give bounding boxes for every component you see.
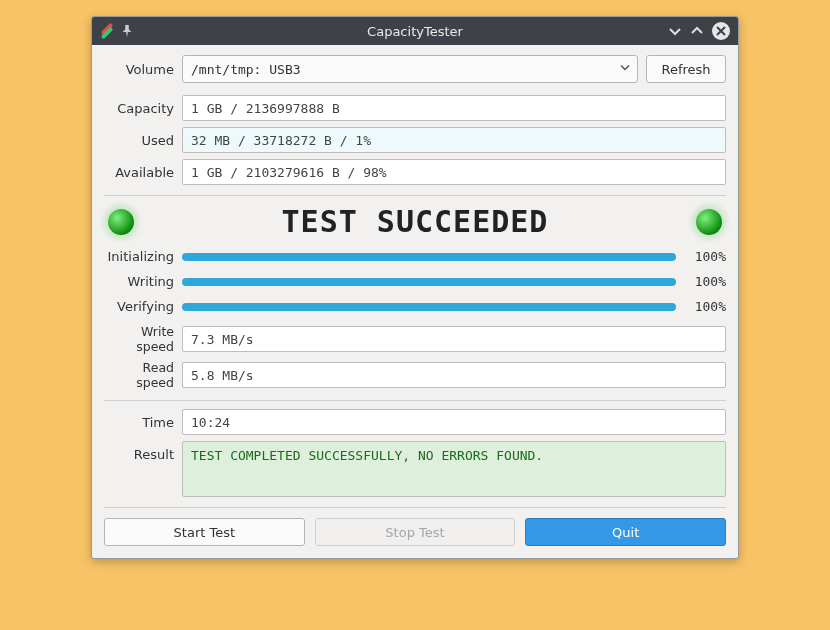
- writing-progress: [182, 278, 676, 286]
- refresh-button[interactable]: Refresh: [646, 55, 726, 83]
- pin-icon[interactable]: [120, 24, 134, 38]
- close-icon[interactable]: [712, 22, 730, 40]
- maximize-icon[interactable]: [690, 24, 704, 38]
- available-label: Available: [104, 165, 182, 180]
- status-row: TEST SUCCEEDED: [104, 204, 726, 239]
- used-label: Used: [104, 133, 182, 148]
- result-field: TEST COMPLETED SUCCESSFULLY, NO ERRORS F…: [182, 441, 726, 497]
- divider: [104, 507, 726, 508]
- time-label: Time: [104, 415, 182, 430]
- capacity-label: Capacity: [104, 101, 182, 116]
- quit-button[interactable]: Quit: [525, 518, 726, 546]
- volume-select[interactable]: /mnt/tmp: USB3: [182, 55, 638, 83]
- initializing-progress: [182, 253, 676, 261]
- time-field: 10:24: [182, 409, 726, 435]
- app-icon: [100, 24, 114, 38]
- status-headline: TEST SUCCEEDED: [282, 204, 549, 239]
- status-led-right-icon: [696, 209, 722, 235]
- stop-test-button: Stop Test: [315, 518, 516, 546]
- divider: [104, 400, 726, 401]
- result-label: Result: [104, 441, 182, 462]
- read-speed-field: 5.8 MB/s: [182, 362, 726, 388]
- initializing-pct: 100%: [676, 249, 726, 264]
- writing-pct: 100%: [676, 274, 726, 289]
- verifying-label: Verifying: [104, 299, 182, 314]
- capacity-field: 1 GB / 2136997888 B: [182, 95, 726, 121]
- volume-value: /mnt/tmp: USB3: [191, 62, 301, 77]
- write-speed-label: Write speed: [104, 324, 182, 354]
- status-led-left-icon: [108, 209, 134, 235]
- content-area: Volume /mnt/tmp: USB3 Refresh Capacity 1…: [92, 45, 738, 558]
- app-window: CapacityTester Volume /mnt/tmp: USB3: [91, 16, 739, 559]
- read-speed-label: Read speed: [104, 360, 182, 390]
- start-test-button[interactable]: Start Test: [104, 518, 305, 546]
- window-title: CapacityTester: [92, 24, 738, 39]
- verifying-progress: [182, 303, 676, 311]
- minimize-icon[interactable]: [668, 24, 682, 38]
- write-speed-field: 7.3 MB/s: [182, 326, 726, 352]
- divider: [104, 195, 726, 196]
- titlebar[interactable]: CapacityTester: [92, 17, 738, 45]
- chevron-down-icon: [619, 62, 631, 77]
- used-field: 32 MB / 33718272 B / 1%: [182, 127, 726, 153]
- initializing-label: Initializing: [104, 249, 182, 264]
- writing-label: Writing: [104, 274, 182, 289]
- verifying-pct: 100%: [676, 299, 726, 314]
- volume-label: Volume: [104, 62, 182, 77]
- available-field: 1 GB / 2103279616 B / 98%: [182, 159, 726, 185]
